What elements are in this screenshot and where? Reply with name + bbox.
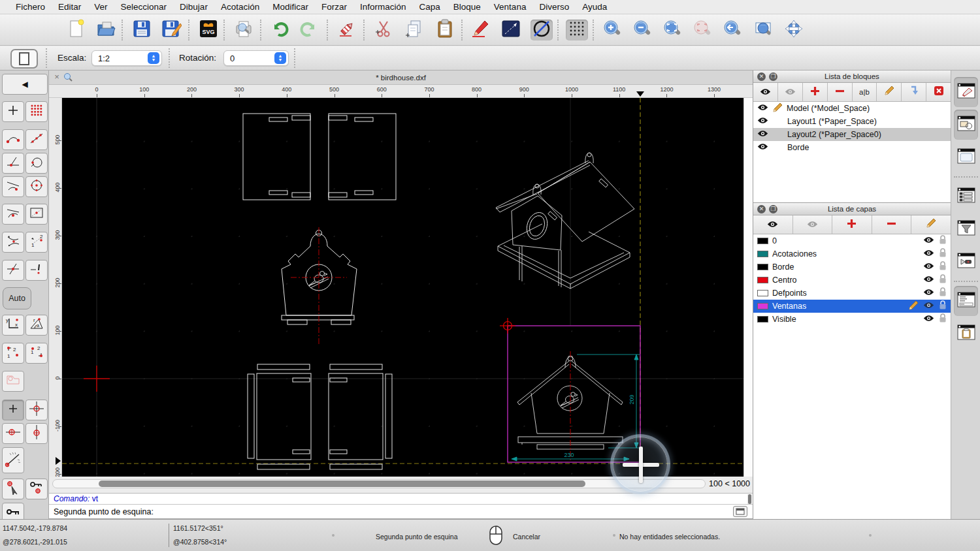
block-rename-button[interactable]: a|b <box>853 83 877 101</box>
scale-select[interactable]: 1:2 ▲▼ <box>91 50 162 66</box>
layer-row-visible[interactable]: Visible <box>753 313 951 326</box>
eye-icon[interactable] <box>923 249 934 259</box>
save-as-button[interactable] <box>161 20 183 40</box>
lock-icon[interactable] <box>939 313 947 325</box>
lock-icon[interactable] <box>939 300 947 312</box>
dock-filter-panel-button[interactable] <box>954 214 978 244</box>
snap-center-button[interactable] <box>25 176 48 197</box>
edit-line-button[interactable] <box>500 20 522 40</box>
print-preview-button[interactable] <box>233 20 255 40</box>
lock-target-button[interactable] <box>25 479 48 499</box>
snap-distance-button[interactable] <box>25 204 48 225</box>
grid-toggle-button[interactable] <box>566 20 588 40</box>
eye-icon[interactable] <box>923 302 934 311</box>
snap-intersection-manual-button[interactable] <box>2 232 24 253</box>
menu-item-ventana[interactable]: Ventana <box>487 0 533 14</box>
layer-add-button[interactable] <box>832 215 872 234</box>
undo-button[interactable] <box>268 20 290 40</box>
open-file-button[interactable] <box>95 20 118 40</box>
block-delete-button[interactable] <box>926 83 951 101</box>
snap-restrict-off-button[interactable] <box>25 260 48 281</box>
eye-icon[interactable] <box>923 315 934 324</box>
coord-cartesian-button[interactable]: yx <box>2 315 24 336</box>
paste-button[interactable] <box>434 20 456 40</box>
dock-blank-panel-button[interactable] <box>954 142 978 172</box>
dock-stamp-panel-button[interactable] <box>954 247 978 277</box>
zoom-out-button[interactable] <box>631 20 653 40</box>
paper-preview-button[interactable] <box>10 49 38 69</box>
pan-button[interactable] <box>783 20 805 40</box>
redo-button[interactable] <box>299 20 321 40</box>
coord-polar-button[interactable]: ra <box>25 315 48 336</box>
block-add-button[interactable] <box>803 83 828 101</box>
block-row-layout2-selected[interactable]: Layout2 (*Paper_Space0) <box>753 128 951 141</box>
target-horizontal-button[interactable] <box>2 423 24 444</box>
snap-circle-button[interactable] <box>25 153 48 174</box>
canvas-horizontal-scrollbar[interactable] <box>52 479 706 488</box>
lock-icon[interactable] <box>939 248 947 260</box>
select-target-button[interactable] <box>2 479 24 499</box>
svg-export-button[interactable]: SVG <box>197 20 220 40</box>
canvas-vertical-scrollbar[interactable] <box>743 98 753 477</box>
block-show-all-button[interactable] <box>753 83 778 101</box>
zoom-window-button[interactable] <box>753 20 775 40</box>
menu-item-editar[interactable]: Editar <box>52 0 88 14</box>
menu-item-diverso[interactable]: Diverso <box>532 0 576 14</box>
layer-row-ventanas-selected[interactable]: Ventanas <box>753 300 951 313</box>
layer-hide-all-button[interactable] <box>793 215 833 234</box>
menu-item-información[interactable]: Información <box>353 0 413 14</box>
lock-icon[interactable] <box>939 235 947 247</box>
layer-row-acotaciones[interactable]: Acotaciones <box>753 247 951 260</box>
eye-icon[interactable] <box>757 117 768 126</box>
block-insert-button[interactable] <box>902 83 926 101</box>
snap-tangent-button[interactable] <box>2 176 24 197</box>
snap-grid-button[interactable] <box>25 101 48 122</box>
zoom-auto-button[interactable] <box>661 20 683 40</box>
crosshair-plus-button[interactable] <box>2 400 24 420</box>
zoom-previous-button[interactable] <box>721 20 743 40</box>
command-input[interactable] <box>157 506 729 518</box>
command-history-scrollbar[interactable] <box>747 494 752 504</box>
menu-item-fichero[interactable]: Fichero <box>9 0 52 14</box>
block-row-layout1[interactable]: Layout1 (*Paper_Space) <box>753 115 951 128</box>
rel-point-a-button[interactable]: 12 <box>2 343 24 364</box>
rel-point-b-button[interactable]: 12 <box>25 343 48 364</box>
snap-dist-point-button[interactable]: 12 <box>25 232 48 253</box>
snap-middle-button[interactable] <box>2 204 24 225</box>
target-vertical-button[interactable] <box>25 423 48 444</box>
eye-icon[interactable] <box>923 289 934 298</box>
menu-item-acotación[interactable]: Acotación <box>214 0 266 14</box>
block-row-borde[interactable]: Borde <box>753 141 951 154</box>
snap-on-entity-button[interactable] <box>25 129 48 150</box>
menu-item-modificar[interactable]: Modificar <box>266 0 315 14</box>
snap-endpoint-button[interactable] <box>2 129 24 150</box>
lock-icon[interactable] <box>939 274 947 286</box>
protractor-button[interactable] <box>2 447 24 473</box>
command-window-button[interactable] <box>733 506 747 517</box>
menu-item-capa[interactable]: Capa <box>413 0 447 14</box>
eye-icon[interactable] <box>923 262 934 272</box>
snap-free-button[interactable] <box>2 101 24 122</box>
h-scroll-thumb[interactable] <box>99 480 585 487</box>
lock-icon[interactable] <box>939 261 947 273</box>
eye-icon[interactable] <box>757 143 768 152</box>
snap-auto-button[interactable]: Auto <box>3 287 31 309</box>
layer-row-borde[interactable]: Borde <box>753 260 951 274</box>
dock-clipboard-panel-button[interactable] <box>954 319 978 349</box>
snap-intersection-button[interactable] <box>2 260 24 281</box>
dock-block-panel-button[interactable] <box>954 110 978 140</box>
target-cross-button[interactable] <box>25 400 48 420</box>
block-edit-button[interactable] <box>877 83 902 101</box>
menu-item-seleccionar[interactable]: Seleccionar <box>114 0 174 14</box>
block-remove-button[interactable] <box>828 83 853 101</box>
block-row-model[interactable]: Model (*Model_Space) <box>753 102 951 115</box>
rotation-select[interactable]: 0 ▲▼ <box>223 50 289 66</box>
zoom-in-button[interactable] <box>601 20 623 40</box>
save-button[interactable] <box>131 20 153 40</box>
snap-perpendicular-button[interactable] <box>2 153 24 174</box>
layer-row-defpoints[interactable]: Defpoints <box>753 287 951 300</box>
copy-button[interactable] <box>403 20 425 40</box>
palette-back-button[interactable]: ◀ <box>2 74 48 95</box>
menu-item-ver[interactable]: Ver <box>88 0 114 14</box>
eye-icon[interactable] <box>923 276 934 285</box>
